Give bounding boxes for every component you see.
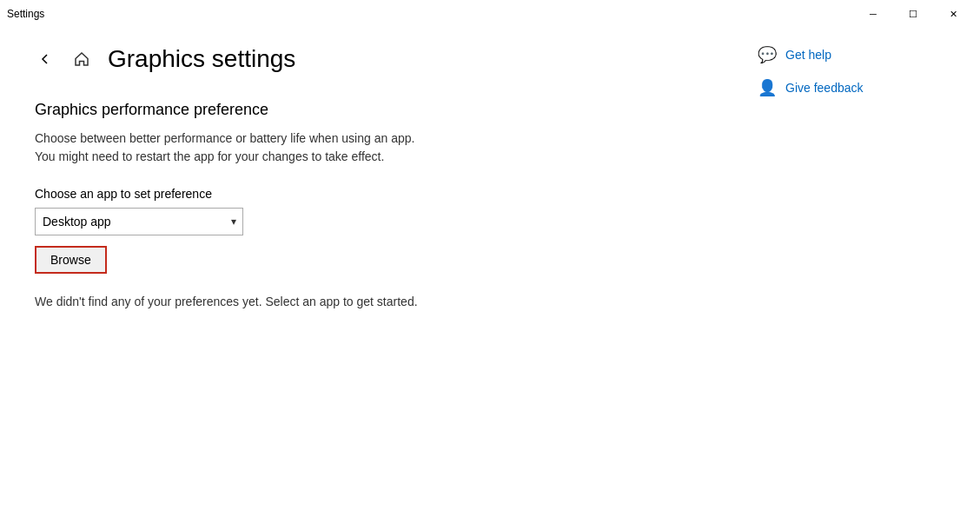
title-bar-controls: ─ ☐ ✕ xyxy=(853,0,973,28)
section-desc: Choose between better performance or bat… xyxy=(35,129,702,166)
get-help-button[interactable]: 💬 Get help xyxy=(758,45,959,64)
empty-message: We didn't find any of your preferences y… xyxy=(35,295,702,308)
title-bar-left: Settings xyxy=(7,8,853,20)
home-button[interactable] xyxy=(70,47,94,71)
content-area: Graphics settings Graphics performance p… xyxy=(0,28,980,517)
home-icon xyxy=(73,50,90,68)
give-feedback-icon: 👤 xyxy=(758,78,777,97)
close-icon: ✕ xyxy=(950,9,957,20)
app-type-dropdown[interactable]: Desktop app Microsoft Store app xyxy=(35,208,243,235)
maximize-icon: ☐ xyxy=(909,9,917,20)
desc-line2: You might need to restart the app for yo… xyxy=(35,149,384,163)
dropdown-container: Desktop app Microsoft Store app ▾ xyxy=(35,208,702,235)
main-content: Graphics settings Graphics performance p… xyxy=(0,28,737,517)
maximize-button[interactable]: ☐ xyxy=(893,0,933,28)
desc-line1: Choose between better performance or bat… xyxy=(35,131,414,145)
help-links: 💬 Get help 👤 Give feedback xyxy=(758,45,959,97)
close-button[interactable]: ✕ xyxy=(933,0,973,28)
back-arrow-icon xyxy=(38,52,52,66)
minimize-button[interactable]: ─ xyxy=(853,0,893,28)
title-bar-title: Settings xyxy=(7,8,44,20)
browse-button[interactable]: Browse xyxy=(35,246,107,274)
back-button[interactable] xyxy=(35,49,56,70)
settings-window: Settings ─ ☐ ✕ xyxy=(0,0,980,517)
dropdown-label: Choose an app to set preference xyxy=(35,187,702,201)
browse-label: Browse xyxy=(50,253,91,267)
section-title: Graphics performance preference xyxy=(35,101,702,119)
minimize-icon: ─ xyxy=(870,9,877,19)
get-help-label: Get help xyxy=(785,48,831,62)
dropdown-wrapper: Desktop app Microsoft Store app ▾ xyxy=(35,208,243,235)
give-feedback-label: Give feedback xyxy=(785,81,864,95)
title-bar: Settings ─ ☐ ✕ xyxy=(0,0,980,28)
sidebar-right: 💬 Get help 👤 Give feedback xyxy=(737,28,980,517)
page-title: Graphics settings xyxy=(108,45,295,73)
page-header: Graphics settings xyxy=(35,45,702,73)
get-help-icon: 💬 xyxy=(758,45,777,64)
give-feedback-button[interactable]: 👤 Give feedback xyxy=(758,78,959,97)
graphics-section: Graphics performance preference Choose b… xyxy=(35,101,702,308)
